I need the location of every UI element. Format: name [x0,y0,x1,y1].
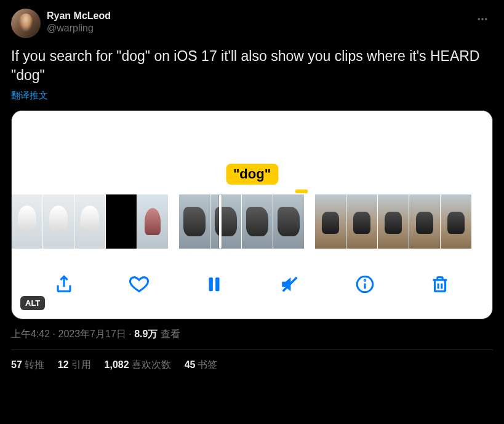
search-term-marker [295,190,308,193]
clip-thumbnail [179,194,210,249]
clip-thumbnail [441,194,471,249]
heart-icon [129,274,150,295]
clip-group-1 [12,194,168,249]
alt-badge[interactable]: ALT [20,296,45,310]
media-top-whitespace: "dog" [12,111,492,194]
clip-thumbnail [43,194,74,249]
display-name: Ryan McLeod [47,10,111,22]
bookmarks-stat[interactable]: 45书签 [185,359,218,372]
clip-thumbnail [106,194,137,249]
clip-thumbnail [315,194,346,249]
translate-link[interactable]: 翻译推文 [11,90,48,102]
clip-thumbnail [273,194,304,249]
tweet-date[interactable]: 2023年7月17日 [58,329,126,339]
media-card[interactable]: "dog" [11,110,493,319]
share-button[interactable] [50,271,78,298]
mute-button[interactable] [276,271,303,298]
clip-thumbnail [210,194,241,249]
mute-icon [279,274,300,295]
likes-stat[interactable]: 1,082喜欢次数 [105,359,171,372]
info-icon [354,274,375,295]
pause-icon [204,274,225,295]
trash-icon [430,274,450,295]
tweet-text: If you search for "dog" on iOS 17 it'll … [11,47,493,85]
handle: @warpling [47,22,111,34]
tweet-time[interactable]: 上午4:42 [11,329,50,339]
author-names[interactable]: Ryan McLeod @warpling [47,10,111,34]
more-button[interactable] [472,9,493,30]
svg-point-0 [478,18,480,20]
tweet-container: Ryan McLeod @warpling If you search for … [0,0,504,378]
tweet-header: Ryan McLeod @warpling [11,9,493,38]
svg-rect-3 [209,278,213,292]
share-icon [54,274,74,295]
clip-thumbnail [242,194,273,249]
retweets-stat[interactable]: 57转推 [11,359,44,372]
quotes-stat[interactable]: 12引用 [58,359,91,372]
video-timeline[interactable] [12,194,492,249]
pause-button[interactable] [201,271,228,298]
like-button[interactable] [126,271,153,298]
clip-group-2 [179,194,304,249]
views-label: 查看 [161,329,180,339]
clip-thumbnail [137,194,168,249]
svg-point-1 [481,18,483,20]
info-button[interactable] [351,271,378,298]
media-toolbar [12,249,492,319]
more-icon [476,13,489,25]
clip-thumbnail [346,194,377,249]
svg-point-7 [364,280,365,281]
clip-thumbnail [12,194,42,249]
views-count: 8.9万 [134,329,158,339]
svg-point-2 [485,18,487,20]
avatar[interactable] [11,9,41,38]
tweet-meta: 上午4:42 · 2023年7月17日 · 8.9万 查看 [11,328,493,341]
svg-rect-4 [216,278,220,292]
clip-group-3 [315,194,471,249]
clip-thumbnail [409,194,440,249]
clip-thumbnail [74,194,105,249]
delete-button[interactable] [426,271,454,298]
clip-thumbnail [378,194,409,249]
playhead[interactable] [219,194,222,249]
tweet-stats: 57转推 12引用 1,082喜欢次数 45书签 [11,350,493,372]
search-term-badge: "dog" [226,164,278,185]
